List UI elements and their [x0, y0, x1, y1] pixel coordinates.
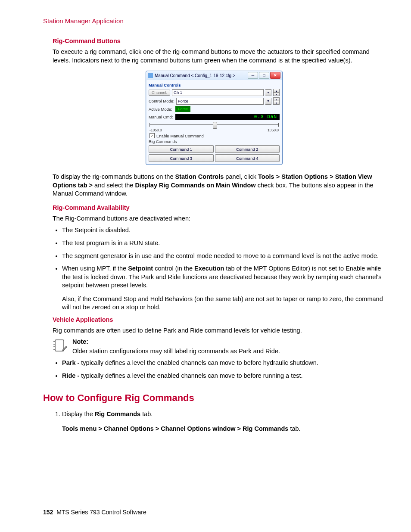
minimize-button[interactable]: ─: [248, 72, 258, 79]
list-item: When using MPT, if the Setpoint control …: [62, 264, 385, 312]
maximize-button[interactable]: □: [259, 72, 269, 79]
control-mode-spinner[interactable]: ▲▼: [273, 97, 280, 105]
heading-how-to-configure: How to Configure Rig Commands: [43, 392, 385, 404]
list-item: Park - typically defines a level the ena…: [62, 359, 385, 367]
running-header: Station Manager Application: [43, 17, 385, 25]
availability-list: The Setpoint is disabled. The test progr…: [53, 226, 385, 312]
para-availability-intro: The Rig-Command buttons are deactivated …: [53, 215, 385, 223]
para-rig-command-buttons-1: To execute a rig command, click one of t…: [53, 48, 385, 65]
heading-vehicle-applications: Vehicle Applications: [53, 316, 385, 323]
manual-cmd-readout: 0.3 DaN: [175, 114, 280, 120]
enable-manual-command-label: Enable Manual Command: [156, 134, 204, 138]
list-item: The segment generator is in use and the …: [62, 252, 385, 261]
note-block: Note: Older station configurations may s…: [53, 338, 385, 355]
page-footer: 152 MTS Series 793 Control Software: [43, 509, 146, 516]
close-button[interactable]: ✕: [270, 72, 280, 79]
manual-cmd-slider[interactable]: -1050.0 1050.0: [149, 121, 280, 132]
note-body: Older station configurations may still l…: [72, 348, 280, 355]
page-number: 152: [43, 509, 53, 516]
para-rig-command-buttons-2: To display the rig-commands buttons on t…: [53, 173, 385, 198]
howto-steps: Display the Rig Commands tab. Tools menu…: [53, 410, 385, 433]
list-item: The Setpoint is disabled.: [62, 226, 385, 235]
control-mode-select[interactable]: Force: [176, 98, 264, 105]
command-3-button[interactable]: Command 3: [149, 154, 214, 162]
channel-select[interactable]: Ch 1: [172, 89, 264, 96]
command-2-button[interactable]: Command 2: [215, 145, 280, 153]
window-titlebar[interactable]: Manual Command < Config_1-19-12.cfg > ─ …: [146, 71, 282, 80]
active-mode-label: Active Mode:: [149, 107, 174, 112]
command-4-button[interactable]: Command 4: [215, 154, 280, 162]
app-icon: [148, 73, 153, 78]
group-manual-controls: Manual Controls: [149, 83, 280, 87]
heading-rig-command-buttons: Rig-Command Buttons: [53, 37, 385, 44]
channel-button[interactable]: Channel:: [149, 90, 170, 96]
enable-manual-command-checkbox[interactable]: ✓: [149, 133, 155, 138]
chevron-down-icon[interactable]: ▼: [265, 98, 271, 105]
note-label: Note:: [72, 338, 280, 345]
svg-rect-0: [55, 340, 64, 351]
command-1-button[interactable]: Command 1: [149, 145, 214, 153]
note-icon: [53, 338, 68, 354]
list-item: Ride - typically defines a level the ena…: [62, 372, 385, 380]
screenshot-manual-command-window: Manual Command < Config_1-19-12.cfg > ─ …: [146, 71, 283, 165]
slider-thumb-icon[interactable]: [213, 122, 217, 129]
list-item: The test program is in a RUN state.: [62, 239, 385, 248]
channel-spinner[interactable]: ▲▼: [273, 89, 280, 96]
control-mode-label: Control Mode:: [149, 99, 174, 103]
chevron-down-icon[interactable]: ▼: [265, 89, 271, 96]
manual-cmd-label: Manual Cmd:: [149, 115, 174, 119]
para-vehicle-intro: Rig commands are often used to define Pa…: [53, 327, 385, 335]
heading-rig-command-availability: Rig-Command Availability: [53, 204, 385, 211]
footer-title: MTS Series 793 Control Software: [56, 509, 146, 516]
active-mode-value: Force: [175, 106, 190, 112]
group-rig-commands: Rig Commands: [149, 139, 280, 144]
page: Station Manager Application Rig-Command …: [0, 0, 411, 532]
list-item-sub: Also, if the Command Stop and Hold Behav…: [62, 295, 385, 312]
window-title: Manual Command < Config_1-19-12.cfg >: [155, 73, 248, 78]
vehicle-list: Park - typically defines a level the ena…: [53, 359, 385, 380]
step-1: Display the Rig Commands tab. Tools menu…: [62, 410, 385, 433]
